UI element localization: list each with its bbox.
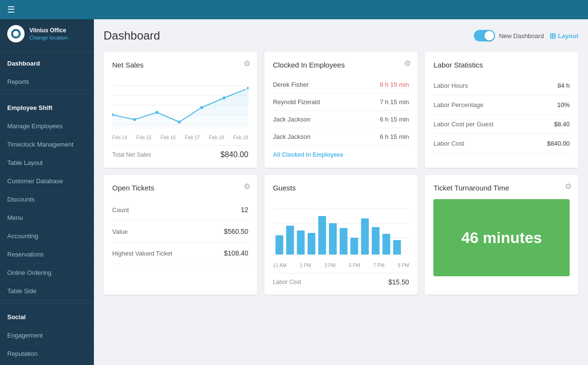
svg-point-9 xyxy=(178,121,181,123)
sidebar-item-dashboard[interactable]: Dashboard xyxy=(0,54,94,73)
employee-time-4: 6 h 15 min xyxy=(380,133,409,140)
sidebar-item-employee-shift[interactable]: Employee Shift xyxy=(0,97,94,117)
guests-label-4: 5 PM xyxy=(349,263,360,268)
layout-grid-icon: ⊞ xyxy=(549,31,556,41)
open-tickets-title: Open Tickets xyxy=(112,184,248,192)
sidebar-item-social[interactable]: Social xyxy=(0,307,94,326)
sidebar-item-manage-employees[interactable]: Manage Employees xyxy=(0,117,94,135)
ticket-value-value: $560.50 xyxy=(224,228,248,235)
svg-rect-18 xyxy=(286,226,294,255)
chart-label-3: Feb 16 xyxy=(161,135,176,140)
chart-label-4: Feb 17 xyxy=(185,135,200,140)
stat-row-4: Labor Cost $840.00 xyxy=(433,134,570,153)
ticket-row-highest: Highest Valued Ticket $108.40 xyxy=(112,243,248,264)
svg-rect-23 xyxy=(340,228,347,255)
guests-cost-label: Labor Cost xyxy=(273,279,301,285)
stat-label-1: Labor Hours xyxy=(433,82,468,89)
layout-button[interactable]: ⊞ Layout xyxy=(549,31,578,41)
ticket-turnaround-gear-icon[interactable]: ⚙ xyxy=(565,182,572,191)
employee-name-1: Derek Fisher xyxy=(273,81,309,88)
ticket-value-count: 12 xyxy=(241,206,248,214)
sidebar-item-online-ordering[interactable]: Online Ordering xyxy=(0,264,94,282)
sidebar-item-reputation[interactable]: Reputation xyxy=(0,345,94,363)
page-header: Dashboard New Dashboard ⊞ Layout xyxy=(104,29,578,42)
sidebar-divider-3 xyxy=(0,303,94,304)
header-actions: New Dashboard ⊞ Layout xyxy=(474,30,578,41)
main-content: Dashboard New Dashboard ⊞ Layout Net Sal… xyxy=(94,19,588,365)
guests-chart-labels: 11 AM 1 PM 3 PM 5 PM 7 PM 9 PM xyxy=(273,263,409,268)
page-title: Dashboard xyxy=(104,29,160,42)
net-sales-total-value: $840.00 xyxy=(221,150,248,159)
sidebar-item-discounts[interactable]: Discounts xyxy=(0,190,94,209)
sidebar-divider-1 xyxy=(0,51,94,52)
sidebar-divider-2 xyxy=(0,94,94,95)
ticket-label-highest: Highest Valued Ticket xyxy=(112,250,172,257)
net-sales-title: Net Sales xyxy=(112,61,248,69)
sidebar-item-table-layout[interactable]: Table Layout xyxy=(0,154,94,172)
stat-label-3: Labor Cost per Guest xyxy=(433,121,493,128)
stat-value-2: 10% xyxy=(557,101,570,108)
sidebar-item-table-side[interactable]: Table Side xyxy=(0,282,94,300)
sidebar-item-reservations[interactable]: Reservations xyxy=(0,245,94,264)
svg-rect-22 xyxy=(329,223,337,255)
open-tickets-gear-icon[interactable]: ⚙ xyxy=(244,182,250,191)
sidebar-logo: Vilnius Office Change location xyxy=(0,19,94,48)
employee-row-3: Jack Jackson 6 h 15 min xyxy=(273,111,409,128)
ticket-label-value: Value xyxy=(112,228,128,235)
clocked-employees-title: Clocked In Employees xyxy=(273,61,409,69)
svg-point-11 xyxy=(222,96,225,99)
svg-point-10 xyxy=(200,106,203,109)
menu-icon[interactable]: ☰ xyxy=(7,4,15,15)
chart-label-1: Feb 14 xyxy=(112,135,127,140)
sidebar-item-menu[interactable]: Menu xyxy=(0,209,94,227)
change-location-link[interactable]: Change location xyxy=(29,35,68,41)
open-tickets-card: Open Tickets ⚙ Count 12 Value $560.50 Hi… xyxy=(104,175,257,295)
guests-label-2: 1 PM xyxy=(300,263,311,268)
svg-rect-20 xyxy=(307,233,315,255)
chart-label-5: Feb 18 xyxy=(209,135,224,140)
net-sales-chart xyxy=(112,76,248,129)
guests-label-6: 9 PM xyxy=(398,263,409,268)
ticket-turnaround-title: Ticket Turnaround Time xyxy=(433,184,570,192)
sidebar-item-customer-database[interactable]: Customer Database xyxy=(0,172,94,190)
guests-cost-value: $15.50 xyxy=(389,278,409,286)
svg-rect-25 xyxy=(361,218,368,255)
all-clocked-link[interactable]: All Clocked In Employees xyxy=(273,151,409,158)
ticket-value-highest: $108.40 xyxy=(224,249,248,257)
new-dashboard-toggle[interactable] xyxy=(474,30,495,41)
employee-name-2: Reynold Fizerald xyxy=(273,98,320,106)
clocked-employees-gear-icon[interactable]: ⚙ xyxy=(404,59,411,68)
labor-stats-card: Labor Statistics Labor Hours 84 h Labor … xyxy=(425,52,578,168)
guests-card: Guests 11 xyxy=(264,175,418,295)
net-sales-total-row: Total Net Sales $840.00 xyxy=(112,145,248,159)
toggle-label: New Dashboard xyxy=(499,32,544,40)
sidebar-item-accounting[interactable]: Accounting xyxy=(0,227,94,245)
stat-row-2: Labor Percentage 10% xyxy=(433,95,570,115)
ticket-label-count: Count xyxy=(112,206,129,214)
guests-label-1: 11 AM xyxy=(273,263,287,268)
turnaround-display: 46 minutes xyxy=(433,199,570,276)
clocked-employees-card: Clocked In Employees ⚙ Derek Fisher 8 h … xyxy=(264,52,418,168)
labor-stats-title: Labor Statistics xyxy=(433,61,570,69)
chart-label-6: Feb 19 xyxy=(233,135,248,140)
sidebar-item-reports[interactable]: Reports xyxy=(0,73,94,91)
stat-value-3: $8.40 xyxy=(554,121,570,128)
sidebar-item-marketplace[interactable]: Marketplace xyxy=(0,363,94,365)
sidebar-item-engagement[interactable]: Engagement xyxy=(0,326,94,345)
office-name: Vilnius Office xyxy=(29,27,68,35)
net-sales-chart-labels: Feb 14 Feb 15 Feb 16 Feb 17 Feb 18 Feb 1… xyxy=(112,135,248,140)
stat-row-3: Labor Cost per Guest $8.40 xyxy=(433,115,570,134)
guests-title: Guests xyxy=(273,184,409,192)
employee-name-3: Jack Jackson xyxy=(273,116,311,123)
sidebar-item-timeclock[interactable]: Timeclock Management xyxy=(0,135,94,154)
net-sales-gear-icon[interactable]: ⚙ xyxy=(244,59,250,68)
stat-value-4: $840.00 xyxy=(547,140,570,147)
svg-rect-19 xyxy=(297,230,304,255)
toggle-knob xyxy=(484,31,494,41)
turnaround-value: 46 minutes xyxy=(461,229,542,247)
chart-label-2: Feb 15 xyxy=(136,135,151,140)
ticket-row-count: Count 12 xyxy=(112,199,248,221)
employee-time-1: 8 h 15 min xyxy=(380,81,409,88)
svg-marker-5 xyxy=(112,88,248,129)
stat-label-2: Labor Percentage xyxy=(433,101,483,108)
